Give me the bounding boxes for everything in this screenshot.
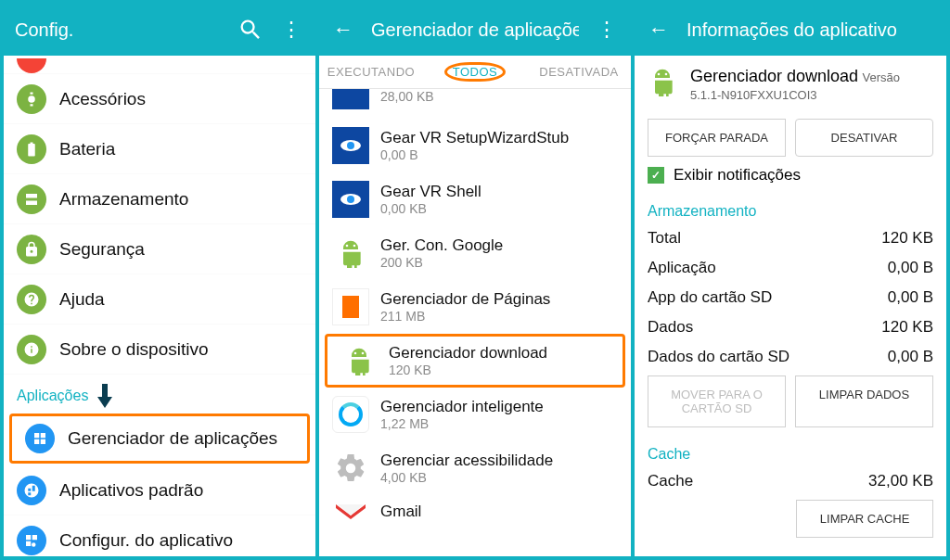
list-item[interactable]: Gear VR SetupWizardStub0,00 B bbox=[319, 119, 631, 172]
label: Configur. do aplicativo bbox=[59, 530, 233, 551]
app-name: Gmail bbox=[380, 503, 421, 521]
item-sobre[interactable]: Sobre o dispositivo bbox=[4, 325, 315, 375]
watch-icon bbox=[17, 84, 46, 114]
settings-list: Acessórios Bateria Armazenamento Seguran… bbox=[4, 56, 315, 556]
prev-item-cut[interactable] bbox=[4, 56, 315, 74]
item-config-app[interactable]: Configur. do aplicativo bbox=[4, 515, 315, 556]
app-size: 120 KB bbox=[389, 363, 547, 377]
tab-executando[interactable]: EXECUTANDO bbox=[319, 56, 423, 88]
tab-todos[interactable]: TODOS bbox=[423, 56, 527, 88]
android-icon bbox=[332, 235, 369, 272]
tabs: EXECUTANDO TODOS DESATIVADA bbox=[319, 56, 631, 89]
apps-grid-icon bbox=[25, 424, 55, 453]
android-icon bbox=[648, 67, 677, 108]
storage-row: Total120 KB bbox=[635, 223, 946, 253]
storage-buttons: MOVER PARA O CARTÃO SD LIMPAR DADOS bbox=[635, 372, 946, 437]
storage-icon bbox=[17, 185, 46, 214]
app-size: 211 MB bbox=[380, 309, 550, 324]
help-icon bbox=[17, 285, 46, 314]
smart-manager-icon bbox=[332, 396, 369, 433]
gmail-icon bbox=[332, 493, 369, 530]
list-item[interactable]: 28,00 KB bbox=[319, 89, 631, 119]
item-gerenciador-apps[interactable]: Gerenciador de aplicações bbox=[9, 414, 310, 464]
app-size: 1,22 MB bbox=[380, 416, 544, 431]
label: Acessórios bbox=[59, 89, 146, 109]
checkbox-label: Exibir notificações bbox=[674, 166, 801, 185]
android-icon bbox=[340, 342, 378, 379]
list-item-download-manager[interactable]: Gerenciador download120 KB bbox=[325, 334, 625, 388]
search-icon[interactable] bbox=[238, 17, 263, 43]
battery-icon bbox=[17, 134, 46, 164]
show-notifications-row[interactable]: ✓ Exibir notificações bbox=[635, 166, 946, 194]
app-size: 0,00 B bbox=[380, 147, 569, 162]
header: Config. ⋮ bbox=[4, 4, 315, 56]
storage-row: Dados120 KB bbox=[635, 312, 946, 342]
app-size: 0,00 KB bbox=[380, 201, 481, 216]
gearvr-icon bbox=[332, 181, 369, 218]
gearvr-icon bbox=[332, 127, 369, 164]
tab-desativada[interactable]: DESATIVADA bbox=[527, 56, 631, 88]
more-icon[interactable]: ⋮ bbox=[278, 17, 304, 43]
checkbox-checked-icon[interactable]: ✓ bbox=[648, 167, 664, 184]
label: Bateria bbox=[59, 139, 115, 159]
page-title: Informações do aplicativo bbox=[687, 19, 935, 41]
list-item[interactable]: Ger. Con. Google200 KB bbox=[319, 226, 631, 280]
gear-icon bbox=[332, 450, 369, 487]
tab-label: TODOS bbox=[444, 62, 507, 82]
app-info-body: Gerenciador download Versão 5.1.1-N910FX… bbox=[635, 56, 946, 556]
app-size: 4,00 KB bbox=[380, 470, 553, 485]
item-apps-padrao[interactable]: Aplicativos padrão bbox=[4, 465, 315, 515]
label: Aplicativos padrão bbox=[59, 480, 203, 501]
force-stop-button[interactable]: FORÇAR PARADA bbox=[648, 119, 786, 157]
section-aplicacoes: Aplicações bbox=[4, 375, 315, 412]
move-to-sd-button: MOVER PARA O CARTÃO SD bbox=[648, 375, 786, 427]
item-bateria[interactable]: Bateria bbox=[4, 124, 315, 174]
cache-buttons: LIMPAR CACHE bbox=[635, 496, 946, 547]
app-name: Gerenciador download bbox=[690, 67, 858, 85]
clear-data-button[interactable]: LIMPAR DADOS bbox=[795, 375, 933, 427]
header: ← Informações do aplicativo bbox=[635, 4, 946, 56]
item-ajuda[interactable]: Ajuda bbox=[4, 274, 315, 325]
list-item[interactable]: Gerenciador de Páginas211 MB bbox=[319, 280, 631, 334]
app-header: Gerenciador download Versão 5.1.1-N910FX… bbox=[635, 56, 946, 115]
app-size: 28,00 KB bbox=[380, 89, 434, 104]
clear-cache-button[interactable]: LIMPAR CACHE bbox=[796, 500, 933, 538]
page-title: Gerenciador de aplicações bbox=[371, 19, 579, 41]
section-storage: Armazenamento bbox=[635, 194, 946, 223]
app-icon bbox=[332, 89, 369, 109]
back-icon[interactable]: ← bbox=[646, 17, 672, 43]
list-item[interactable]: Gerenciador inteligente1,22 MB bbox=[319, 388, 631, 441]
more-icon[interactable]: ⋮ bbox=[594, 17, 620, 43]
item-armazenamento[interactable]: Armazenamento bbox=[4, 174, 315, 224]
app-name: Gear VR SetupWizardStub bbox=[380, 129, 569, 147]
arrow-down-icon bbox=[96, 384, 114, 408]
cache-row: Cache32,00 KB bbox=[635, 466, 946, 496]
storage-row: App do cartão SD0,00 B bbox=[635, 283, 946, 312]
list-item[interactable]: Gerenciar acessibilidade4,00 KB bbox=[319, 441, 631, 495]
disable-button[interactable]: DESATIVAR bbox=[795, 119, 933, 157]
app-list[interactable]: 28,00 KB Gear VR SetupWizardStub0,00 B G… bbox=[319, 89, 631, 556]
header: ← Gerenciador de aplicações ⋮ bbox=[319, 4, 631, 56]
app-name: Gerenciador inteligente bbox=[380, 398, 544, 416]
action-buttons: FORÇAR PARADA DESATIVAR bbox=[635, 115, 946, 166]
label: Sobre o dispositivo bbox=[59, 339, 209, 360]
back-icon[interactable]: ← bbox=[330, 17, 356, 43]
list-item[interactable]: Gmail bbox=[319, 495, 631, 528]
panel-app-info: ← Informações do aplicativo Gerenciador … bbox=[635, 4, 946, 556]
panel-config: Config. ⋮ Acessórios Bateria Armazenamen… bbox=[4, 4, 315, 556]
label: Segurança bbox=[59, 239, 145, 260]
page-title: Config. bbox=[15, 19, 223, 41]
storage-row: Aplicação0,00 B bbox=[635, 253, 946, 283]
section-cache: Cache bbox=[635, 437, 946, 466]
panel-app-manager: ← Gerenciador de aplicações ⋮ EXECUTANDO… bbox=[319, 4, 631, 556]
item-acessorios[interactable]: Acessórios bbox=[4, 74, 315, 124]
storage-row: Dados do cartão SD0,00 B bbox=[635, 342, 946, 372]
app-name: Gerenciador download bbox=[389, 344, 547, 363]
app-name: Gear VR Shell bbox=[380, 183, 481, 201]
info-icon bbox=[17, 335, 46, 364]
item-seguranca[interactable]: Segurança bbox=[4, 224, 315, 274]
default-apps-icon bbox=[17, 476, 46, 505]
list-item[interactable]: Gear VR Shell0,00 KB bbox=[319, 172, 631, 226]
app-name: Gerenciar acessibilidade bbox=[380, 452, 553, 470]
label: Gerenciador de aplicações bbox=[68, 428, 277, 449]
